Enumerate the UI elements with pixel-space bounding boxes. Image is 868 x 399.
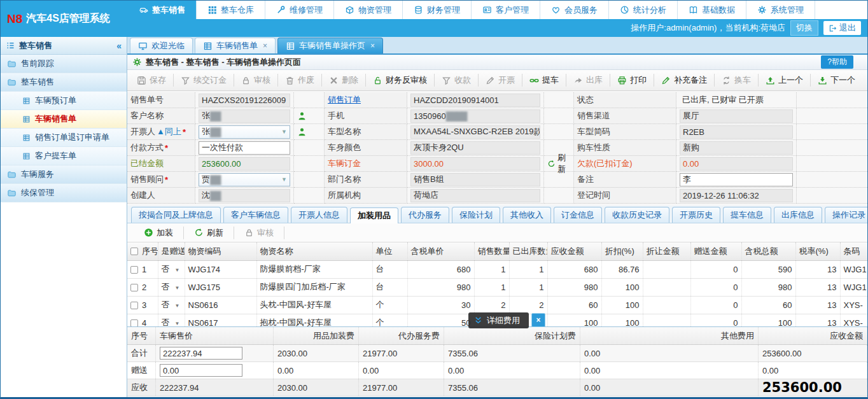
main-area: 欢迎光临 车辆销售单× 车辆销售单操作页× 整车销售 - 整车销售 - 车辆销售… bbox=[127, 37, 867, 397]
previous-record-button[interactable]: 上一个 bbox=[759, 74, 810, 86]
phone-field: 1350960████ bbox=[410, 109, 540, 123]
vehicle-price-total-input[interactable]: 222237.94 bbox=[160, 347, 242, 360]
remark-input[interactable]: 李 bbox=[680, 173, 793, 186]
tab-customer-vehicle-info[interactable]: 客户车辆信息 bbox=[223, 207, 288, 223]
pay-method-input[interactable]: 一次性付款 bbox=[199, 141, 290, 155]
tab-agency-services[interactable]: 代办服务 bbox=[401, 207, 449, 223]
nav-tab-system[interactable]: 系统管理 bbox=[746, 1, 815, 19]
sidebar-item-vehicle-service[interactable]: 车辆服务 bbox=[1, 165, 127, 184]
chevron-down-icon[interactable]: ▼ bbox=[281, 129, 287, 135]
print-button[interactable]: 打印 bbox=[610, 74, 654, 86]
close-icon[interactable]: × bbox=[370, 41, 375, 50]
tab-other-income[interactable]: 其他收入 bbox=[503, 207, 551, 223]
add-remark-button[interactable]: 补充备注 bbox=[654, 74, 714, 86]
tab-accessories[interactable]: 加装用品 bbox=[350, 207, 398, 223]
fee-summary-panel: 序号 车辆售价 用品加装费 代办服务费 保险计划费 其他费用 应收金额 合计 2… bbox=[127, 326, 867, 397]
sidebar-item-vehicle-sale-order[interactable]: 车辆销售单 bbox=[1, 110, 127, 129]
doc-tab-welcome[interactable]: 欢迎光临 bbox=[130, 38, 193, 53]
car-icon bbox=[139, 5, 148, 15]
sale-no-field: HAZCXS20191226009 bbox=[199, 94, 290, 107]
summary-total-row: 合计 222237.94 2030.00 21977.00 7355.06 0.… bbox=[127, 345, 867, 362]
receive-payment-button[interactable]: 收款 bbox=[435, 74, 478, 86]
close-icon[interactable]: × bbox=[263, 41, 267, 50]
add-accessory-button[interactable]: 加装 bbox=[134, 227, 183, 239]
logout-button[interactable]: 退出 bbox=[823, 21, 861, 35]
tab-invoice-history[interactable]: 开票历史 bbox=[672, 207, 720, 223]
tab-operation-log[interactable]: 操作记录 bbox=[825, 207, 868, 223]
tab-insurance-plan[interactable]: 保险计划 bbox=[452, 207, 500, 223]
table-row[interactable]: 3 否▼ NS0616 头枕-中国风-好车屋 个 30 2 2 60 100 bbox=[127, 296, 867, 314]
gift-select[interactable]: 否▼ bbox=[158, 278, 185, 296]
same-as-above-toggle[interactable]: ▲同上 bbox=[157, 126, 181, 137]
gift-amount-cell: 0 bbox=[690, 314, 741, 326]
select-all-checkbox[interactable] bbox=[130, 248, 138, 255]
detail-fee-toggle[interactable]: 详细费用 bbox=[468, 312, 529, 328]
nav-tab-vehicle-sales[interactable]: 整车销售 bbox=[128, 1, 197, 19]
row-checkbox[interactable] bbox=[130, 302, 138, 309]
nav-tab-statistics[interactable]: 统计分析 bbox=[609, 1, 678, 19]
doc-tab-sale-order-page[interactable]: 车辆销售单操作页× bbox=[277, 38, 383, 53]
nav-tab-finance[interactable]: 财务管理 bbox=[403, 1, 472, 19]
swap-vehicle-button[interactable]: 换车 bbox=[715, 74, 758, 86]
invoice-button[interactable]: 开票 bbox=[479, 74, 522, 86]
vehicle-price-gift-input[interactable]: 0.00 bbox=[160, 364, 242, 377]
nav-tab-customers[interactable]: 客户管理 bbox=[472, 1, 540, 19]
void-button[interactable]: 作废 bbox=[278, 74, 321, 86]
outbound-button[interactable]: 出库 bbox=[566, 74, 610, 86]
audit-button[interactable]: 审核 bbox=[234, 74, 277, 86]
nav-tab-members[interactable]: 会员服务 bbox=[540, 1, 609, 19]
gift-select[interactable]: 否▼ bbox=[158, 260, 185, 278]
nav-tab-materials[interactable]: 物资管理 bbox=[334, 1, 403, 19]
continue-deposit-button[interactable]: 续交订金 bbox=[174, 74, 234, 86]
save-button[interactable]: 保存 bbox=[130, 74, 173, 86]
tax-rate-cell: 13 bbox=[795, 260, 840, 278]
row-checkbox[interactable] bbox=[130, 284, 138, 291]
trash-icon bbox=[285, 76, 295, 85]
sidebar-item-presale-tracking[interactable]: 售前跟踪 bbox=[1, 55, 127, 73]
allowance-cell bbox=[643, 314, 690, 326]
tab-deposit-info[interactable]: 订金信息 bbox=[554, 207, 602, 223]
table-row[interactable]: 1 否▼ WJG174 防爆膜前档-厂家 台 680 1 1 680 86.76 bbox=[127, 260, 867, 278]
sidebar-item-vehicle-sales[interactable]: 整车销售 bbox=[1, 73, 127, 92]
nav-tab-vehicle-warehouse[interactable]: 整车仓库 bbox=[197, 1, 265, 19]
help-button[interactable]: ?帮助 bbox=[821, 55, 853, 69]
tab-pickup-info[interactable]: 提车信息 bbox=[723, 207, 771, 223]
invoicee-select[interactable]: 张██▼ bbox=[199, 125, 290, 139]
exit-icon bbox=[829, 24, 837, 32]
pickup-button[interactable]: 提车 bbox=[522, 74, 566, 86]
advisor-select[interactable]: 贾██▼ bbox=[199, 173, 290, 186]
sidebar-item-renewal-management[interactable]: 续保管理 bbox=[1, 184, 127, 202]
sidebar-item-customer-pickup[interactable]: 客户提车单 bbox=[1, 147, 127, 165]
sidebar-collapse-button[interactable]: « bbox=[116, 41, 122, 51]
goods-icon bbox=[345, 5, 354, 15]
chevron-down-icon[interactable]: ▼ bbox=[281, 176, 287, 183]
doc-tab-sale-order-list[interactable]: 车辆销售单× bbox=[195, 38, 276, 53]
table-row[interactable]: 2 否▼ WJG175 防爆膜四门加后档-厂家 台 980 1 1 980 10… bbox=[127, 278, 867, 296]
audit-accessory-button[interactable]: 审核 bbox=[234, 227, 284, 239]
sidebar-item-order-cancel-request[interactable]: 销售订单退订申请单 bbox=[1, 129, 127, 147]
tab-outbound-info[interactable]: 出库信息 bbox=[774, 207, 822, 223]
material-name-cell: 防爆膜前档-厂家 bbox=[256, 260, 372, 278]
person-icon[interactable] bbox=[297, 111, 307, 121]
gift-select[interactable]: 否▼ bbox=[158, 296, 185, 314]
row-checkbox[interactable] bbox=[130, 266, 138, 274]
sidebar-item-vehicle-preorder[interactable]: 车辆预订单 bbox=[1, 92, 127, 110]
unit-price-cell: 680 bbox=[407, 260, 474, 278]
switch-org-button[interactable]: 切换 bbox=[790, 20, 818, 36]
tab-invoicee-info[interactable]: 开票人信息 bbox=[291, 207, 347, 223]
row-checkbox[interactable] bbox=[130, 319, 138, 327]
folder-icon bbox=[7, 188, 17, 198]
tab-mortgage-plate-info[interactable]: 按揭合同及上牌信息 bbox=[131, 207, 221, 223]
next-record-button[interactable]: 下一个 bbox=[811, 74, 862, 86]
field-label: 开票人 bbox=[130, 126, 155, 137]
refresh-button[interactable]: 刷新 bbox=[184, 227, 234, 239]
person-icon[interactable] bbox=[297, 127, 307, 137]
close-button[interactable]: × bbox=[531, 313, 545, 327]
nav-tab-base-data[interactable]: 基础数据 bbox=[678, 1, 746, 19]
sale-order-link[interactable]: 销售订单 bbox=[328, 94, 361, 106]
finance-unaudit-button[interactable]: 财务反审核 bbox=[366, 74, 434, 86]
delete-button[interactable]: 删除 bbox=[322, 74, 365, 86]
tab-payment-history[interactable]: 收款历史记录 bbox=[605, 207, 669, 223]
nav-tab-repair[interactable]: 维修管理 bbox=[265, 1, 334, 19]
gift-select[interactable]: 否▼ bbox=[158, 314, 185, 326]
